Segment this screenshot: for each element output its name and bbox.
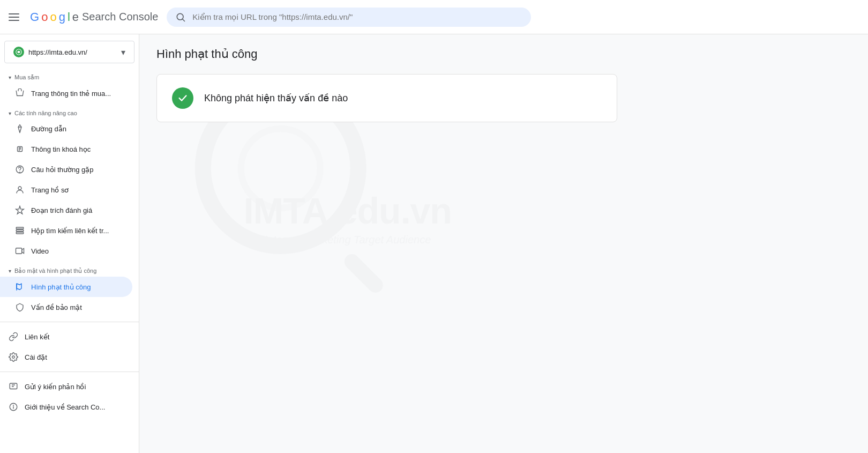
content-area: Hình phạt thủ công IMTA.edu.vn Internet … [139,34,868,453]
settings-icon [9,352,18,362]
review-icon [15,205,25,215]
feedback-icon [9,382,18,391]
sidebar-item-van-de-bao-mat[interactable]: Vấn đề bảo mật [0,297,132,317]
property-icon [13,47,24,57]
section-security[interactable]: ▾ Bảo mật và hình phạt thủ công [0,261,139,277]
svg-rect-8 [16,230,24,232]
app-title: Search Console [82,11,158,23]
shield-icon [15,302,25,312]
menu-button[interactable] [9,11,21,24]
google-logo: Google Search Console [30,10,158,24]
sidebar-item-cau-hoi[interactable]: Câu hỏi thường gặp [0,159,132,180]
header: Google Search Console [0,0,868,34]
section-advanced[interactable]: ▾ Các tính năng nâng cao [0,103,139,118]
property-url: https://imta.edu.vn/ [28,48,117,56]
section-mua-sam[interactable]: ▾ Mua sắm [0,68,139,83]
svg-rect-10 [16,248,22,254]
watermark-brand: IMTA.edu.vn [244,190,452,232]
sidebar-divider-1 [0,322,139,322]
success-card: Không phát hiện thấy vấn đề nào [156,74,617,122]
sitelinks-icon [15,226,25,235]
link-icon [9,332,18,341]
svg-rect-7 [16,227,24,229]
success-message: Không phát hiện thấy vấn đề nào [204,92,348,104]
page-title: Hình phạt thủ công [156,47,851,61]
diamond-icon [15,124,25,133]
watermark-tagline: Internet Marketing Target Audience [244,234,452,246]
sidebar-item-hinh-phat[interactable]: Hình phạt thủ công [0,277,132,297]
sidebar-item-thong-tin-khoa-hoc[interactable]: Thông tin khoá học [0,139,132,159]
video-icon [15,246,25,256]
profile-icon [15,185,25,195]
svg-rect-13 [10,383,17,389]
header-search-bar[interactable] [167,8,531,27]
faq-icon [15,165,25,174]
sidebar-divider-2 [0,372,139,372]
sidebar-item-lien-ket[interactable]: Liên kết [0,326,139,347]
sidebar-item-trang-ho-so[interactable]: Trang hồ sơ [0,180,132,200]
svg-line-1 [183,19,185,21]
sidebar-item-trang-thong-tin[interactable]: Trang thông tin thẻ mua... [0,83,132,103]
sidebar-item-video[interactable]: Video [0,241,132,261]
sidebar-item-cai-dat[interactable]: Cài đặt [0,347,139,367]
property-selector[interactable]: https://imta.edu.vn/ ▾ [4,41,134,63]
svg-rect-9 [16,232,24,234]
url-search-input[interactable] [192,12,522,21]
svg-point-6 [18,187,21,190]
info-icon [9,402,18,412]
sidebar-item-gui-y-kien[interactable]: Gửi ý kiến phản hồi [0,376,139,397]
svg-point-12 [12,356,15,359]
success-icon [172,87,193,109]
property-chevron-icon: ▾ [121,47,125,57]
sidebar: https://imta.edu.vn/ ▾ ▾ Mua sắm Trang t… [0,34,139,453]
sidebar-item-hop-tim-kiem[interactable]: Hộp tìm kiếm liên kết tr... [0,220,132,241]
svg-point-5 [20,172,20,173]
sidebar-item-doan-trich[interactable]: Đoạn trích đánh giá [0,200,132,220]
search-icon [175,12,186,23]
main-container: https://imta.edu.vn/ ▾ ▾ Mua sắm Trang t… [0,34,868,453]
sidebar-item-gioi-thieu[interactable]: Giới thiệu về Search Co... [0,397,139,417]
shopping-icon [15,88,25,98]
flag-icon [15,282,25,292]
sidebar-item-duong-dan[interactable]: Đường dẫn [0,118,132,139]
diamond-icon2 [15,144,25,154]
